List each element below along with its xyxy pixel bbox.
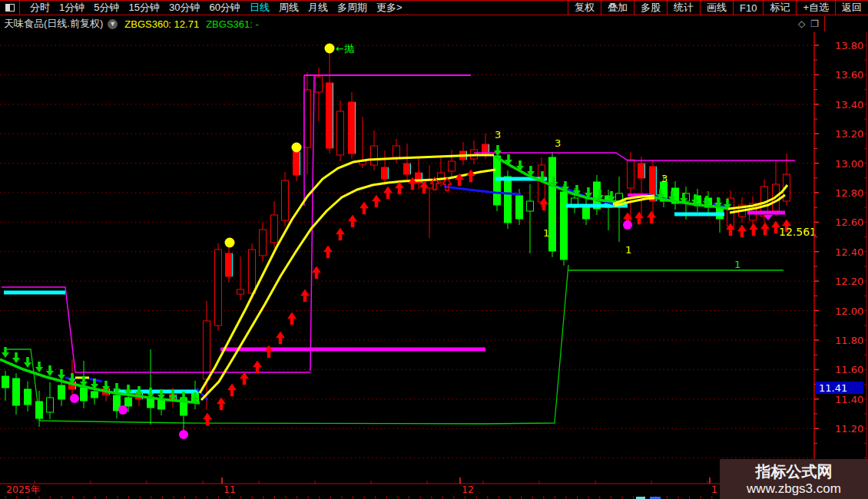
candle[interactable] [147, 349, 154, 425]
toolbar-button-叠加[interactable]: 叠加 [601, 1, 634, 15]
candle[interactable] [583, 198, 590, 225]
magenta-dot [179, 430, 188, 439]
toolbar-button-+自选[interactable]: +自选 [796, 1, 835, 15]
candle[interactable] [337, 101, 344, 161]
sell-arrow-icon [35, 362, 43, 372]
yellow-ma-line [201, 170, 495, 400]
timeframe-60分钟[interactable]: 60分钟 [204, 1, 244, 15]
candle[interactable] [326, 51, 333, 154]
magenta-marker [764, 215, 773, 220]
indicator-label: ZBGS360: [124, 18, 171, 30]
infobar-right-icons: ◇ ❐ [798, 16, 868, 31]
diamond-icon[interactable]: ◇ [798, 18, 805, 29]
candle[interactable] [25, 382, 31, 411]
price-chart-canvas[interactable]: ←抛33311112.56113.8013.6013.4013.2013.001… [0, 0, 868, 499]
candle[interactable] [47, 382, 54, 419]
candle[interactable] [784, 154, 790, 206]
buy-arrow-icon [324, 246, 333, 258]
timeframe-5分钟[interactable]: 5分钟 [89, 1, 124, 15]
toolbar-button-标记[interactable]: 标记 [763, 1, 796, 15]
indicator-label: ZBGS361: [206, 18, 253, 30]
magenta-dot [623, 220, 632, 230]
buy-arrow-icon [648, 211, 656, 223]
indicator-value: - [255, 18, 258, 30]
timeframe-30分钟[interactable]: 30分钟 [164, 1, 204, 15]
candle[interactable] [416, 157, 422, 189]
window-icon[interactable]: ❐ [810, 18, 819, 29]
candle[interactable] [638, 157, 645, 215]
yellow-ma-line [200, 155, 494, 393]
timeframe-分时[interactable]: 分时 [25, 1, 55, 15]
candle[interactable] [382, 150, 389, 185]
top-toolbar: 分时1分钟5分钟15分钟30分钟60分钟日线周线月线多周期更多> 复权叠加多股统… [0, 0, 868, 15]
current-price-value: 11.41 [819, 382, 847, 394]
candle[interactable] [237, 256, 244, 300]
timeframe-日线[interactable]: 日线 [245, 1, 274, 15]
candle[interactable] [650, 160, 657, 219]
candle[interactable] [561, 184, 568, 266]
buy-arrow-icon [384, 187, 393, 199]
toolbar-button-统计[interactable]: 统计 [667, 1, 700, 15]
y-axis-label: 12.00 [835, 306, 863, 317]
indicator-zbgs360: ZBGS360: 12.71 [124, 18, 199, 30]
split-window-button[interactable] [0, 1, 20, 15]
y-axis-label: 12.40 [835, 246, 863, 258]
timeframe-月线[interactable]: 月线 [303, 1, 333, 15]
candle[interactable] [2, 371, 9, 401]
x-axis-month-label: 11 [224, 484, 236, 495]
buy-arrow-icon [373, 195, 381, 207]
indicator-value: 12.71 [174, 18, 200, 30]
candle[interactable] [282, 172, 289, 226]
candle[interactable] [628, 152, 634, 221]
sell-arrow-icon [2, 347, 9, 358]
buy-arrow-icon [228, 384, 237, 396]
sell-arrow-icon [58, 369, 65, 380]
candle[interactable] [271, 201, 278, 248]
y-axis-label: 12.60 [835, 216, 863, 228]
candle[interactable] [393, 139, 400, 164]
sell-arrow-icon [12, 352, 20, 363]
sell-arrow-icon [24, 357, 31, 368]
chart-annotation: 1 [543, 227, 549, 239]
timeframe-15分钟[interactable]: 15分钟 [124, 1, 164, 15]
buy-arrow-icon [750, 223, 758, 236]
candle[interactable] [549, 152, 556, 257]
timeframe-周线[interactable]: 周线 [274, 1, 303, 15]
candle[interactable] [304, 72, 311, 174]
candle[interactable] [616, 177, 623, 242]
split-window-icon [5, 4, 15, 12]
chevron-down-icon[interactable]: ▼ [108, 19, 118, 29]
timeframe-更多>[interactable]: 更多> [372, 1, 407, 15]
stock-title: 天味食品(日线.前复权) [4, 17, 103, 31]
buy-arrow-icon [277, 332, 285, 344]
timeframe-多周期[interactable]: 多周期 [333, 1, 372, 15]
candle[interactable] [13, 373, 20, 415]
y-axis-label: 12.20 [835, 276, 863, 287]
toolbar-right-buttons: 复权叠加多股统计画线F10标记+自选返回 [568, 1, 868, 15]
y-axis-label: 11.20 [835, 423, 863, 435]
candle[interactable] [527, 184, 534, 253]
candle[interactable] [773, 161, 780, 216]
candle[interactable] [449, 150, 456, 177]
toolbar-button-画线[interactable]: 画线 [700, 1, 733, 15]
spacer [825, 16, 868, 31]
candle[interactable] [404, 144, 411, 180]
chart-annotation: 3 [661, 173, 668, 184]
y-axis-label: 12.80 [835, 187, 863, 199]
candle[interactable] [371, 131, 378, 170]
candle[interactable] [460, 142, 467, 165]
toolbar-button-复权[interactable]: 复权 [568, 1, 601, 15]
chart-annotation: 1 [625, 244, 631, 256]
candle[interactable] [215, 243, 222, 331]
watermark: 指标公式网 www.zbgs3.com [720, 459, 868, 499]
toolbar-button-多股[interactable]: 多股 [634, 1, 667, 15]
watermark-title: 指标公式网 [756, 462, 833, 481]
candle[interactable] [349, 92, 356, 159]
candle[interactable] [260, 223, 267, 262]
candle[interactable] [426, 165, 433, 238]
toolbar-button-F10[interactable]: F10 [733, 1, 763, 15]
toolbar-button-返回[interactable]: 返回 [835, 1, 868, 15]
y-axis-label: 11.80 [835, 335, 863, 346]
timeframe-1分钟[interactable]: 1分钟 [55, 1, 89, 15]
buy-arrow-icon [467, 170, 475, 182]
